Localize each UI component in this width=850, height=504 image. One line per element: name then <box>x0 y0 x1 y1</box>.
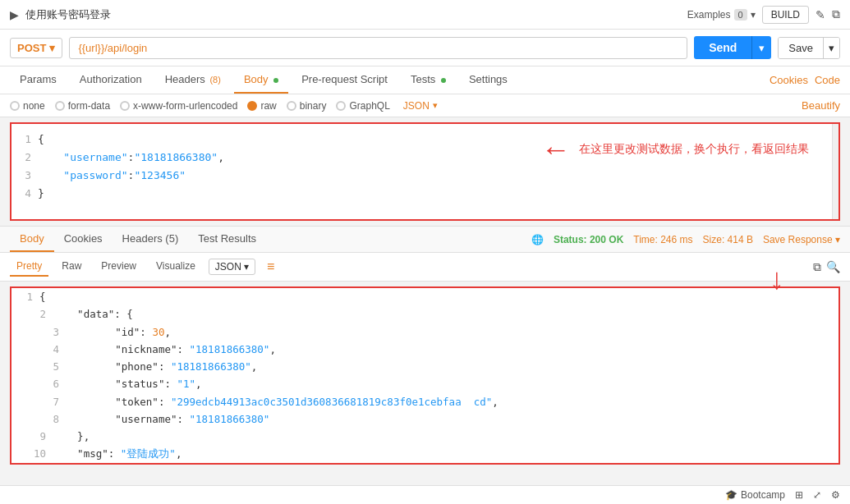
response-tab-headers[interactable]: Headers (5) <box>113 227 189 252</box>
send-button-group: Send ▾ <box>694 36 771 59</box>
req-line-4: 4 } <box>15 185 835 203</box>
body-dot <box>273 78 278 83</box>
radio-urlencoded-dot <box>120 101 130 111</box>
req-line-2: 2 "username":"18181866380", <box>15 149 835 167</box>
editor-content: 1 { 2 "username":"18181866380", 3 "passw… <box>11 124 839 209</box>
body-type-bar: none form-data x-www-form-urlencoded raw… <box>0 94 850 117</box>
line-code-2: "username":"18181866380", <box>38 149 224 167</box>
method-select[interactable]: POST ▾ <box>10 38 62 58</box>
request-title: 使用账号密码登录 <box>25 7 111 22</box>
resp-line-8: 8 "username": "18181866380" <box>38 410 839 428</box>
response-editor-wrapper: 1 { 2 "data": { 3 "id": 30, 4 "nickname"… <box>0 286 850 465</box>
copy-response-icon[interactable]: ⧉ <box>813 260 821 274</box>
resp-line-4: 4 "nickname": "18181866380", <box>38 341 839 358</box>
fmt-tab-visualize[interactable]: Visualize <box>149 257 202 277</box>
beautify-button[interactable]: Beautify <box>802 99 840 112</box>
radio-graphql-dot <box>336 101 346 111</box>
examples-count: 0 <box>734 9 747 21</box>
resp-line-3: 3 "id": 30, <box>38 323 839 341</box>
json-selector[interactable]: JSON ▾ <box>403 100 438 112</box>
save-button[interactable]: Save <box>779 38 823 58</box>
send-dropdown[interactable]: ▾ <box>751 36 771 59</box>
status-text: Status: 200 OK <box>554 234 623 245</box>
globe-icon: 🌐 <box>531 234 544 245</box>
tab-headers[interactable]: Headers (8) <box>155 66 231 94</box>
req-line-1: 1 { <box>15 131 835 149</box>
line-num-1: 1 <box>15 131 31 149</box>
fmt-tab-raw[interactable]: Raw <box>55 257 88 277</box>
save-response-button[interactable]: Save Response ▾ <box>763 234 840 245</box>
response-tab-cookies[interactable]: Cookies <box>54 227 113 252</box>
pencil-icon[interactable]: ✎ <box>816 8 825 21</box>
radio-binary[interactable]: binary <box>287 100 327 112</box>
tab-pre-request[interactable]: Pre-request Script <box>292 66 397 94</box>
method-label: POST <box>17 42 46 54</box>
request-tabs: Params Authorization Headers (8) Body Pr… <box>0 66 850 94</box>
time-text: Time: 246 ms <box>633 234 692 245</box>
format-json-select[interactable]: JSON ▾ <box>209 259 255 275</box>
arrow-icon: ▶ <box>10 8 19 21</box>
chevron-icon: ▾ <box>49 42 55 54</box>
radio-none[interactable]: none <box>10 100 45 112</box>
request-editor-wrapper: 1 { 2 "username":"18181866380", 3 "passw… <box>0 122 850 221</box>
headers-badge: (8) <box>209 75 220 85</box>
build-button[interactable]: BUILD <box>762 6 809 24</box>
save-dropdown[interactable]: ▾ <box>823 38 839 58</box>
response-tab-body[interactable]: Body <box>10 227 54 252</box>
code-link[interactable]: Code <box>815 74 840 86</box>
headers-resp-badge: (5) <box>165 232 178 245</box>
examples-button[interactable]: Examples 0 ▾ <box>687 9 756 21</box>
resp-line-7: 7 "token": "299edcb44913ac0c3501d3608366… <box>38 393 839 410</box>
format-right-icons: ⧉ 🔍 <box>813 260 840 274</box>
response-body-editor[interactable]: 1 { 2 "data": { 3 "id": 30, 4 "nickname"… <box>10 286 840 465</box>
tab-params[interactable]: Params <box>10 66 67 94</box>
resp-line-2: 2 "data": { <box>25 305 839 323</box>
tab-body[interactable]: Body <box>234 66 288 94</box>
response-tabs-bar: Body Cookies Headers (5) Test Results 🌐 … <box>0 226 850 253</box>
fmt-tab-preview[interactable]: Preview <box>94 257 143 277</box>
radio-urlencoded-label: x-www-form-urlencoded <box>133 100 237 112</box>
radio-raw-dot <box>247 101 257 111</box>
radio-graphql[interactable]: GraphQL <box>336 100 389 112</box>
line-code-1: { <box>38 131 44 149</box>
size-text: Size: 414 B <box>703 234 753 245</box>
json-chevron-icon: ▾ <box>433 100 438 111</box>
radio-form-data[interactable]: form-data <box>55 100 110 112</box>
request-body-editor[interactable]: 1 { 2 "username":"18181866380", 3 "passw… <box>10 122 840 221</box>
top-bar-left: ▶ 使用账号密码登录 <box>10 7 111 22</box>
tab-settings[interactable]: Settings <box>459 66 517 94</box>
resp-line-1: 1 { <box>11 288 839 305</box>
radio-binary-dot <box>287 101 296 111</box>
req-line-3: 3 "password":"123456" <box>15 167 835 185</box>
radio-graphql-label: GraphQL <box>349 100 389 112</box>
copy-icon[interactable]: ⧉ <box>832 7 840 21</box>
save-response-label: Save Response <box>763 234 833 245</box>
top-bar: ▶ 使用账号密码登录 Examples 0 ▾ BUILD ✎ ⧉ <box>0 0 850 30</box>
examples-label: Examples <box>687 9 731 21</box>
radio-binary-label: binary <box>300 100 327 112</box>
radio-urlencoded[interactable]: x-www-form-urlencoded <box>120 100 237 112</box>
tests-dot <box>441 78 446 83</box>
fmt-tab-pretty[interactable]: Pretty <box>10 257 48 277</box>
line-num-2: 2 <box>15 149 31 167</box>
send-button[interactable]: Send <box>694 36 751 59</box>
resp-line-6: 6 "status": "1", <box>38 375 839 392</box>
radio-raw[interactable]: raw <box>247 100 276 112</box>
tab-right-links: Cookies Code <box>770 74 840 86</box>
chevron-down-icon: ▾ <box>751 9 756 21</box>
scrollbar-right[interactable] <box>832 124 839 219</box>
line-num-3: 3 <box>15 167 31 185</box>
save-button-group: Save ▾ <box>778 37 840 59</box>
tab-tests[interactable]: Tests <box>401 66 456 94</box>
search-response-icon[interactable]: 🔍 <box>826 260 840 274</box>
response-tab-test-results[interactable]: Test Results <box>188 227 266 252</box>
tab-authorization[interactable]: Authorization <box>70 66 152 94</box>
format-json-label: JSON <box>215 261 241 273</box>
cookies-link[interactable]: Cookies <box>770 74 808 86</box>
line-num-4: 4 <box>15 185 31 203</box>
url-bar: POST ▾ Send ▾ Save ▾ <box>0 30 850 66</box>
wrap-icon[interactable]: ≡ <box>267 259 274 274</box>
radio-raw-label: raw <box>260 100 276 112</box>
top-bar-right: Examples 0 ▾ BUILD ✎ ⧉ <box>687 6 840 24</box>
url-input[interactable] <box>69 37 687 59</box>
